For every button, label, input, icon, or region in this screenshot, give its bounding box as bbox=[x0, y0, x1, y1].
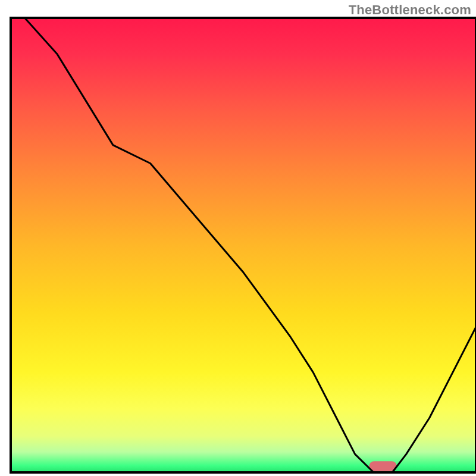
plot-area bbox=[11, 18, 476, 472]
chart-stage: TheBottleneck.com bbox=[0, 0, 476, 476]
gradient-background bbox=[11, 18, 476, 472]
chart-svg bbox=[0, 0, 476, 476]
optimal-marker bbox=[369, 461, 397, 471]
